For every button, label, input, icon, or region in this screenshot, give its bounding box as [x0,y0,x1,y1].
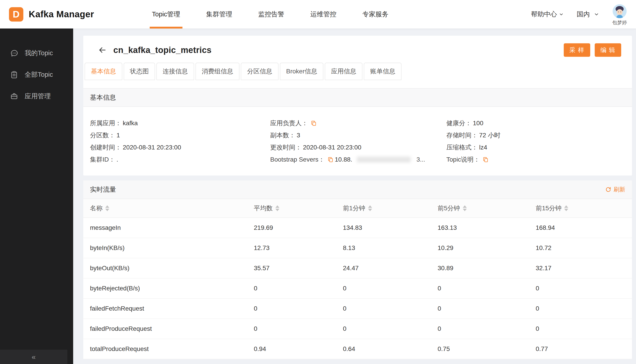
metric-name-cell: totalProduceRequest [90,345,254,352]
page-title: cn_kafka_topic_metrics [113,45,212,55]
topic-desc-copy-icon[interactable] [482,157,488,163]
edit-button[interactable]: 编 辑 [595,43,621,57]
metric-value-cell: 163.13 [438,224,536,231]
metric-value-cell: 0 [254,305,343,312]
metric-value-cell: 10.72 [536,244,632,252]
back-button[interactable] [98,46,106,54]
metric-value-cell: 0 [254,285,343,292]
metric-value-cell: 134.83 [343,224,438,231]
sidebar-item-my-topic[interactable]: 我的Topic [0,42,73,64]
metric-value-cell: 0 [536,305,632,312]
field-topic-description: Topic说明： [446,156,625,163]
refresh-label: 刷新 [614,186,625,194]
refresh-icon [605,186,611,192]
column-header-last-15min: 前15分钟 [536,204,632,212]
metric-value-cell: 219.69 [254,224,343,231]
page-header: cn_kafka_topic_metrics 采 样 编 辑 [83,36,632,57]
table-row: byteIn(KB/s) 12.73 8.13 10.29 10.72 [83,238,632,258]
tab-connection-info[interactable]: 连接信息 [156,62,194,80]
region-select[interactable]: 国内 [577,10,599,19]
detail-tabs: 基本信息 状态图 连接信息 消费组信息 分区信息 Broker信息 应用信息 账… [83,57,632,80]
metric-value-cell: 0 [536,325,632,332]
sidebar-item-label: 我的Topic [25,49,53,58]
sort-icon[interactable] [105,205,109,211]
table-row: byteOut(KB/s) 35.57 24.47 30.89 32.17 [83,258,632,278]
brand: D Kafka Manager [9,7,94,22]
nav-monitor-alert[interactable]: 监控告警 [245,0,297,28]
metric-value-cell: 0 [343,305,438,312]
realtime-flow-card: 实时流量 刷新 名称 平均数 前1分钟 前5分钟 [83,180,632,359]
basic-info-section-title: 基本信息 [90,93,116,102]
sample-button[interactable]: 采 样 [564,43,590,57]
metric-value-cell: 0 [438,305,536,312]
column-header-average: 平均数 [254,204,343,212]
nav-expert-service[interactable]: 专家服务 [350,0,402,28]
metric-name-cell: byteOut(KB/s) [90,264,254,272]
nav-cluster-management[interactable]: 集群管理 [193,0,245,28]
brand-title: Kafka Manager [29,9,94,19]
app-logo-icon: D [9,7,23,22]
tab-bill-info[interactable]: 账单信息 [364,62,402,80]
sort-icon[interactable] [564,205,568,211]
field-owner: 应用负责人： [270,120,446,127]
table-row: failedFetchRequest 0 0 0 0 [83,299,632,319]
help-center-label: 帮助中心 [531,10,557,19]
tab-consumer-group-info[interactable]: 消费组信息 [196,62,240,80]
clipboard-icon [10,70,18,79]
refresh-button[interactable]: 刷新 [605,186,625,194]
toolbox-icon [10,92,18,100]
realtime-section-header: 实时流量 刷新 [83,180,632,199]
metric-value-cell: 168.94 [536,224,632,231]
tab-app-info[interactable]: 应用信息 [325,62,362,80]
basic-info-section-header: 基本信息 [83,88,632,107]
help-center-link[interactable]: 帮助中心 [531,10,564,19]
metric-value-cell: 35.57 [254,264,343,272]
metric-name-cell: failedProduceRequest [90,325,254,332]
metric-value-cell: 0 [438,285,536,292]
tab-basic-info[interactable]: 基本信息 [84,62,122,80]
sidebar-item-label: 应用管理 [25,92,51,101]
navbar-right: 帮助中心 国内 包梦婷 [531,2,627,26]
field-create-time: 创建时间： 2020-08-31 20:23:00 [90,144,270,151]
metric-value-cell: 0 [343,325,438,332]
realtime-section-title: 实时流量 [90,185,116,194]
basic-info-grid: 所属应用： kafka 应用负责人： 健康分： 100 分区数： 1 副本数： … [83,107,632,176]
column-header-last-5min: 前5分钟 [438,204,536,212]
table-header-row: 名称 平均数 前1分钟 前5分钟 前15分钟 [83,199,632,218]
sidebar: 我的Topic 全部Topic 应用管理 « [0,28,73,364]
field-replicas: 副本数： 3 [270,132,446,139]
tab-broker-info[interactable]: Broker信息 [280,62,324,80]
metric-value-cell: 32.17 [536,264,632,272]
redacted-text [357,157,411,162]
metric-name-cell: failedFetchRequest [90,305,254,312]
tab-partition-info[interactable]: 分区信息 [241,62,278,80]
topic-detail-card: cn_kafka_topic_metrics 采 样 编 辑 基本信息 状态图 … [83,36,632,176]
table-row: failedProduceRequest 0 0 0 0 [83,319,632,339]
tab-status-chart[interactable]: 状态图 [124,62,155,80]
metric-value-cell: 24.47 [343,264,438,272]
field-cluster-id: 集群ID： . [90,156,270,163]
column-header-name: 名称 [90,204,254,212]
nav-ops-control[interactable]: 运维管控 [297,0,350,28]
metric-value-cell: 0 [438,325,536,332]
sidebar-collapse-button[interactable]: « [0,350,67,364]
sidebar-item-label: 全部Topic [25,70,53,79]
sidebar-item-all-topic[interactable]: 全部Topic [0,64,73,86]
user-menu[interactable]: 包梦婷 [612,4,627,26]
sidebar-item-app-management[interactable]: 应用管理 [0,86,73,107]
metric-value-cell: 0 [254,325,343,332]
metric-name-cell: byteIn(KB/s) [90,244,254,252]
metric-name-cell: byteRejected(B/s) [90,285,254,292]
chevron-down-icon [594,12,599,17]
arrow-left-icon [98,46,106,54]
metric-value-cell: 0.77 [536,345,632,352]
metric-value-cell: 0 [343,285,438,292]
sort-icon[interactable] [368,205,372,211]
nav-topic-management[interactable]: Topic管理 [139,0,193,28]
avatar [613,4,626,18]
sort-icon[interactable] [463,205,467,211]
sort-icon[interactable] [275,205,280,211]
owner-copy-icon[interactable] [310,120,317,126]
field-compression: 压缩格式： lz4 [446,144,625,151]
bootstrap-copy-icon[interactable] [328,157,334,163]
